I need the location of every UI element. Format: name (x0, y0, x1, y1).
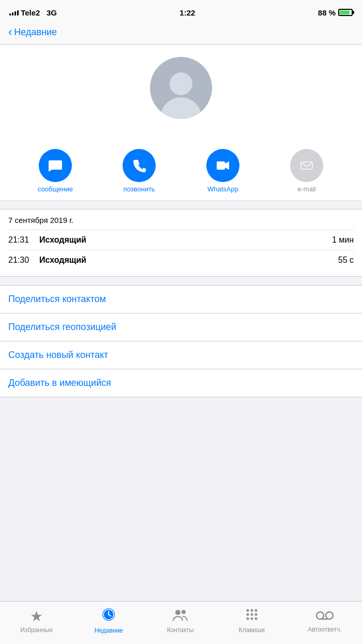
menu-section: Поделиться контактом Поделиться геопозиц… (0, 285, 362, 397)
tab-bar: ★ Избранные Недавние Контакты (0, 601, 362, 644)
back-button[interactable]: ‹ Недавние (8, 27, 57, 38)
call-duration-1: 1 мин (332, 235, 354, 245)
avatar-head (170, 72, 192, 95)
message-label: сообщение (38, 185, 73, 193)
svg-point-18 (316, 612, 324, 619)
nav-bar: ‹ Недавние (0, 23, 362, 44)
svg-rect-2 (301, 162, 312, 169)
message-button[interactable] (39, 149, 72, 182)
profile-section: сообщение позвонить Wha (0, 44, 362, 201)
add-existing-item[interactable]: Добавить в имеющийся (0, 369, 362, 397)
share-location-label: Поделиться геопозицией (8, 322, 116, 333)
tab-voicemail-label: Автоответч. (308, 626, 342, 633)
call-action[interactable]: позвонить (118, 149, 160, 193)
action-buttons: сообщение позвонить Wha (8, 140, 354, 200)
call-label: позвонить (123, 185, 155, 193)
tab-keypad-label: Клавиши (239, 626, 265, 634)
call-row: 21:30 Исходящий 55 с (8, 250, 354, 270)
message-action[interactable]: сообщение (35, 149, 76, 193)
signal-icon (9, 9, 19, 16)
svg-point-7 (175, 610, 180, 615)
svg-point-16 (250, 618, 253, 620)
contacts-icon (173, 608, 188, 625)
call-time-1: 21:31 (8, 235, 39, 245)
avatar-silhouette (158, 72, 204, 119)
email-button (290, 149, 323, 182)
email-label: e-mail (297, 185, 315, 193)
status-bar: Tele2 3G 1:22 88 % (0, 0, 362, 23)
tab-voicemail[interactable]: Автоответч. (308, 608, 342, 633)
svg-point-12 (246, 613, 249, 616)
svg-point-15 (246, 618, 249, 620)
tab-recents-label: Недавние (95, 627, 123, 634)
call-row: 21:31 Исходящий 1 мин (8, 230, 354, 250)
call-history: 7 сентября 2019 г. 21:31 Исходящий 1 мин… (0, 209, 362, 277)
call-time-2: 21:30 (8, 256, 39, 265)
share-contact-item[interactable]: Поделиться контактом (0, 286, 362, 313)
tab-favorites-label: Избранные (20, 626, 53, 634)
svg-point-17 (254, 618, 257, 620)
battery-icon (338, 9, 353, 16)
clock-icon (101, 607, 116, 625)
svg-point-19 (326, 612, 333, 619)
svg-point-11 (254, 609, 257, 612)
call-type-1: Исходящий (39, 235, 332, 245)
share-location-item[interactable]: Поделиться геопозицией (0, 313, 362, 341)
tab-keypad[interactable]: Клавиши (236, 608, 267, 634)
back-label: Недавние (14, 27, 57, 38)
call-duration-2: 55 с (338, 256, 354, 265)
call-button[interactable] (123, 149, 156, 182)
svg-point-14 (254, 613, 257, 616)
whatsapp-button[interactable] (206, 149, 239, 182)
share-contact-label: Поделиться контактом (8, 294, 106, 305)
whatsapp-action[interactable]: WhatsApp (202, 149, 244, 193)
svg-marker-1 (225, 161, 229, 170)
call-date: 7 сентября 2019 г. (8, 216, 354, 224)
avatar (150, 57, 212, 119)
keypad-icon (245, 608, 259, 625)
voicemail-icon (316, 608, 334, 624)
tab-recents[interactable]: Недавние (93, 607, 124, 634)
tab-favorites[interactable]: ★ Избранные (20, 608, 53, 634)
svg-point-9 (246, 609, 249, 612)
call-type-2: Исходящий (39, 256, 338, 265)
avatar-body (160, 97, 202, 119)
svg-point-10 (250, 609, 253, 612)
tab-contacts-label: Контакты (167, 626, 194, 634)
star-icon: ★ (30, 608, 43, 625)
chevron-left-icon: ‹ (8, 26, 12, 38)
create-contact-item[interactable]: Создать новый контакт (0, 341, 362, 369)
status-time: 1:22 (179, 8, 195, 17)
svg-rect-0 (217, 161, 225, 170)
tab-contacts[interactable]: Контакты (165, 608, 196, 634)
whatsapp-label: WhatsApp (207, 185, 238, 193)
add-existing-label: Добавить в имеющийся (8, 378, 111, 388)
svg-point-8 (182, 610, 186, 614)
battery-info: 88 % (318, 8, 353, 17)
carrier-info: Tele2 3G (9, 8, 57, 17)
email-action: e-mail (286, 149, 327, 193)
svg-point-13 (250, 613, 253, 616)
create-contact-label: Создать новый контакт (8, 350, 108, 361)
